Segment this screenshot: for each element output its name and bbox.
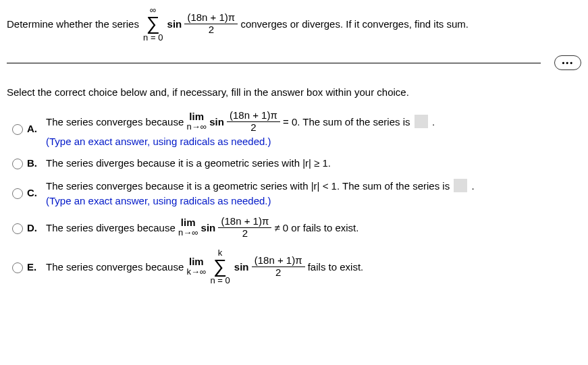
- sigma-symbol: ∞ ∑ n = 0: [143, 5, 163, 42]
- choice-c: C. The series converges because it is a …: [7, 179, 581, 206]
- text-c: The series converges because it is a geo…: [46, 179, 581, 206]
- radio-c[interactable]: [12, 188, 23, 199]
- limit-a: lim n→∞: [186, 111, 207, 132]
- more-button[interactable]: •••: [554, 55, 581, 70]
- question-part1: Determine whether the series: [7, 18, 142, 30]
- choice-d: D. The series diverges because lim n→∞ s…: [7, 216, 581, 239]
- text-e: The series converges because lim k→∞ k ∑…: [46, 248, 581, 285]
- instruction-text: Select the correct choice below and, if …: [7, 86, 581, 98]
- label-c: C.: [27, 187, 46, 198]
- divider-line: [7, 63, 541, 63]
- limit-d: lim n→∞: [178, 217, 198, 238]
- text-b: The series diverges because it is a geom…: [46, 157, 581, 169]
- fraction: (18n + 1)π 2: [184, 12, 238, 35]
- answer-box-a[interactable]: [415, 115, 428, 128]
- label-b: B.: [27, 157, 46, 169]
- radio-b[interactable]: [12, 159, 23, 169]
- choice-e: E. The series converges because lim k→∞ …: [7, 248, 581, 285]
- limit-e: lim k→∞: [186, 256, 206, 277]
- question-part2: converges or diverges. If it converges, …: [240, 18, 469, 30]
- choice-a: A. The series converges because lim n→∞ …: [7, 110, 581, 147]
- sigma-e: k ∑ n = 0: [210, 248, 230, 285]
- radio-d[interactable]: [12, 223, 23, 234]
- label-a: A.: [27, 123, 46, 134]
- text-a: The series converges because lim n→∞ sin…: [46, 110, 581, 147]
- divider-row: •••: [7, 55, 581, 70]
- label-d: D.: [27, 222, 46, 233]
- hint-a: (Type an exact answer, using radicals as…: [46, 136, 271, 147]
- radio-e[interactable]: [12, 262, 23, 273]
- radio-a[interactable]: [12, 124, 23, 135]
- hint-c: (Type an exact answer, using radicals as…: [46, 195, 271, 206]
- answer-box-c[interactable]: [454, 179, 467, 192]
- label-e: E.: [27, 261, 46, 273]
- sin-func: sin: [167, 18, 182, 30]
- choice-b: B. The series diverges because it is a g…: [7, 157, 581, 169]
- question-text: Determine whether the series ∞ ∑ n = 0 s…: [7, 5, 581, 42]
- more-icon: •••: [562, 59, 574, 67]
- text-d: The series diverges because lim n→∞ sin …: [46, 216, 581, 239]
